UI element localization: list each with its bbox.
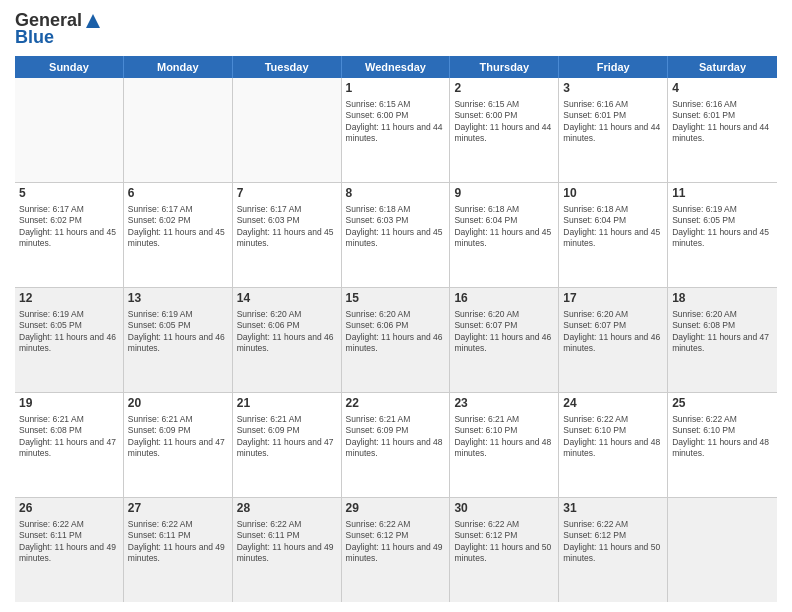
calendar-week-row: 19Sunrise: 6:21 AMSunset: 6:08 PMDayligh… (15, 393, 777, 498)
calendar-day-cell: 15Sunrise: 6:20 AMSunset: 6:06 PMDayligh… (342, 288, 451, 392)
day-number: 19 (19, 396, 119, 412)
day-info: Sunrise: 6:22 AMSunset: 6:10 PMDaylight:… (672, 414, 773, 460)
calendar-week-row: 5Sunrise: 6:17 AMSunset: 6:02 PMDaylight… (15, 183, 777, 288)
day-number: 20 (128, 396, 228, 412)
day-number: 29 (346, 501, 446, 517)
day-number: 25 (672, 396, 773, 412)
calendar-day-cell: 10Sunrise: 6:18 AMSunset: 6:04 PMDayligh… (559, 183, 668, 287)
day-info: Sunrise: 6:18 AMSunset: 6:03 PMDaylight:… (346, 204, 446, 250)
calendar-header-cell: Friday (559, 56, 668, 78)
calendar-day-cell: 18Sunrise: 6:20 AMSunset: 6:08 PMDayligh… (668, 288, 777, 392)
calendar-day-cell: 5Sunrise: 6:17 AMSunset: 6:02 PMDaylight… (15, 183, 124, 287)
day-number: 6 (128, 186, 228, 202)
calendar-header: SundayMondayTuesdayWednesdayThursdayFrid… (15, 56, 777, 78)
header: General Blue (15, 10, 777, 48)
calendar-header-cell: Thursday (450, 56, 559, 78)
calendar-header-cell: Sunday (15, 56, 124, 78)
calendar-header-cell: Monday (124, 56, 233, 78)
calendar-header-cell: Saturday (668, 56, 777, 78)
calendar-day-cell: 23Sunrise: 6:21 AMSunset: 6:10 PMDayligh… (450, 393, 559, 497)
calendar-day-cell (233, 78, 342, 182)
calendar-day-cell: 12Sunrise: 6:19 AMSunset: 6:05 PMDayligh… (15, 288, 124, 392)
day-info: Sunrise: 6:19 AMSunset: 6:05 PMDaylight:… (128, 309, 228, 355)
calendar-day-cell: 29Sunrise: 6:22 AMSunset: 6:12 PMDayligh… (342, 498, 451, 602)
calendar-day-cell: 25Sunrise: 6:22 AMSunset: 6:10 PMDayligh… (668, 393, 777, 497)
day-info: Sunrise: 6:21 AMSunset: 6:09 PMDaylight:… (346, 414, 446, 460)
day-info: Sunrise: 6:22 AMSunset: 6:10 PMDaylight:… (563, 414, 663, 460)
day-number: 11 (672, 186, 773, 202)
calendar-day-cell: 6Sunrise: 6:17 AMSunset: 6:02 PMDaylight… (124, 183, 233, 287)
day-number: 3 (563, 81, 663, 97)
day-number: 21 (237, 396, 337, 412)
calendar-day-cell: 14Sunrise: 6:20 AMSunset: 6:06 PMDayligh… (233, 288, 342, 392)
day-number: 14 (237, 291, 337, 307)
day-info: Sunrise: 6:22 AMSunset: 6:12 PMDaylight:… (454, 519, 554, 565)
calendar-day-cell (124, 78, 233, 182)
calendar-day-cell: 28Sunrise: 6:22 AMSunset: 6:11 PMDayligh… (233, 498, 342, 602)
calendar-day-cell: 17Sunrise: 6:20 AMSunset: 6:07 PMDayligh… (559, 288, 668, 392)
calendar-day-cell: 22Sunrise: 6:21 AMSunset: 6:09 PMDayligh… (342, 393, 451, 497)
calendar-day-cell: 8Sunrise: 6:18 AMSunset: 6:03 PMDaylight… (342, 183, 451, 287)
svg-marker-0 (86, 14, 100, 28)
day-number: 15 (346, 291, 446, 307)
day-number: 8 (346, 186, 446, 202)
day-info: Sunrise: 6:22 AMSunset: 6:12 PMDaylight:… (563, 519, 663, 565)
calendar-day-cell: 19Sunrise: 6:21 AMSunset: 6:08 PMDayligh… (15, 393, 124, 497)
day-info: Sunrise: 6:18 AMSunset: 6:04 PMDaylight:… (454, 204, 554, 250)
calendar-day-cell: 24Sunrise: 6:22 AMSunset: 6:10 PMDayligh… (559, 393, 668, 497)
calendar-day-cell: 26Sunrise: 6:22 AMSunset: 6:11 PMDayligh… (15, 498, 124, 602)
calendar-day-cell (668, 498, 777, 602)
calendar-day-cell: 31Sunrise: 6:22 AMSunset: 6:12 PMDayligh… (559, 498, 668, 602)
calendar-day-cell: 13Sunrise: 6:19 AMSunset: 6:05 PMDayligh… (124, 288, 233, 392)
day-number: 16 (454, 291, 554, 307)
page: General Blue SundayMondayTuesdayWednesda… (0, 0, 792, 612)
day-number: 9 (454, 186, 554, 202)
day-number: 12 (19, 291, 119, 307)
day-number: 5 (19, 186, 119, 202)
day-number: 30 (454, 501, 554, 517)
calendar-day-cell: 21Sunrise: 6:21 AMSunset: 6:09 PMDayligh… (233, 393, 342, 497)
calendar-day-cell: 1Sunrise: 6:15 AMSunset: 6:00 PMDaylight… (342, 78, 451, 182)
day-number: 24 (563, 396, 663, 412)
calendar-day-cell: 30Sunrise: 6:22 AMSunset: 6:12 PMDayligh… (450, 498, 559, 602)
calendar-day-cell (15, 78, 124, 182)
day-number: 2 (454, 81, 554, 97)
calendar-day-cell: 9Sunrise: 6:18 AMSunset: 6:04 PMDaylight… (450, 183, 559, 287)
calendar-day-cell: 11Sunrise: 6:19 AMSunset: 6:05 PMDayligh… (668, 183, 777, 287)
day-info: Sunrise: 6:20 AMSunset: 6:07 PMDaylight:… (563, 309, 663, 355)
day-info: Sunrise: 6:17 AMSunset: 6:02 PMDaylight:… (128, 204, 228, 250)
logo-triangle-icon (84, 12, 102, 30)
logo: General Blue (15, 10, 102, 48)
day-number: 28 (237, 501, 337, 517)
calendar-header-cell: Tuesday (233, 56, 342, 78)
calendar-week-row: 12Sunrise: 6:19 AMSunset: 6:05 PMDayligh… (15, 288, 777, 393)
day-info: Sunrise: 6:21 AMSunset: 6:09 PMDaylight:… (128, 414, 228, 460)
day-info: Sunrise: 6:22 AMSunset: 6:12 PMDaylight:… (346, 519, 446, 565)
calendar-week-row: 26Sunrise: 6:22 AMSunset: 6:11 PMDayligh… (15, 498, 777, 602)
calendar-day-cell: 20Sunrise: 6:21 AMSunset: 6:09 PMDayligh… (124, 393, 233, 497)
day-number: 4 (672, 81, 773, 97)
day-info: Sunrise: 6:22 AMSunset: 6:11 PMDaylight:… (237, 519, 337, 565)
day-info: Sunrise: 6:20 AMSunset: 6:06 PMDaylight:… (237, 309, 337, 355)
day-number: 22 (346, 396, 446, 412)
day-info: Sunrise: 6:17 AMSunset: 6:03 PMDaylight:… (237, 204, 337, 250)
day-info: Sunrise: 6:15 AMSunset: 6:00 PMDaylight:… (454, 99, 554, 145)
day-info: Sunrise: 6:19 AMSunset: 6:05 PMDaylight:… (672, 204, 773, 250)
day-info: Sunrise: 6:16 AMSunset: 6:01 PMDaylight:… (563, 99, 663, 145)
logo-blue: Blue (15, 27, 54, 48)
day-info: Sunrise: 6:21 AMSunset: 6:08 PMDaylight:… (19, 414, 119, 460)
day-info: Sunrise: 6:19 AMSunset: 6:05 PMDaylight:… (19, 309, 119, 355)
calendar-week-row: 1Sunrise: 6:15 AMSunset: 6:00 PMDaylight… (15, 78, 777, 183)
day-info: Sunrise: 6:15 AMSunset: 6:00 PMDaylight:… (346, 99, 446, 145)
day-info: Sunrise: 6:22 AMSunset: 6:11 PMDaylight:… (128, 519, 228, 565)
day-number: 10 (563, 186, 663, 202)
calendar-day-cell: 27Sunrise: 6:22 AMSunset: 6:11 PMDayligh… (124, 498, 233, 602)
calendar: SundayMondayTuesdayWednesdayThursdayFrid… (15, 56, 777, 602)
calendar-header-cell: Wednesday (342, 56, 451, 78)
day-number: 17 (563, 291, 663, 307)
calendar-day-cell: 2Sunrise: 6:15 AMSunset: 6:00 PMDaylight… (450, 78, 559, 182)
day-info: Sunrise: 6:16 AMSunset: 6:01 PMDaylight:… (672, 99, 773, 145)
calendar-day-cell: 16Sunrise: 6:20 AMSunset: 6:07 PMDayligh… (450, 288, 559, 392)
day-number: 13 (128, 291, 228, 307)
day-number: 1 (346, 81, 446, 97)
